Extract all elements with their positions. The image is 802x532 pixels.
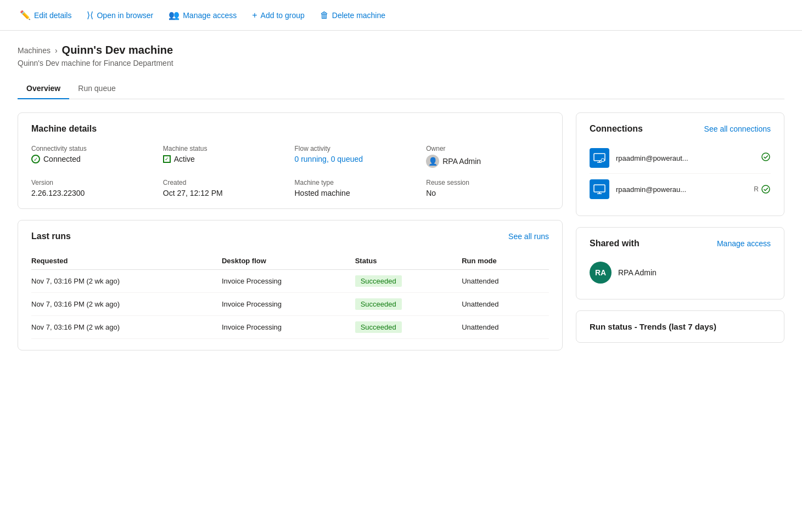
edit-details-label: Edit details — [34, 11, 71, 20]
content-area: Machines › Quinn's Dev machine Quinn's D… — [0, 31, 802, 532]
edit-details-button[interactable]: ✏️ Edit details — [13, 7, 78, 24]
connectivity-status-value: ✓ Connected — [31, 155, 154, 163]
version-text: 2.26.123.22300 — [31, 189, 85, 197]
breadcrumb-machines[interactable]: Machines — [18, 46, 51, 55]
tabs-container: Overview Run queue — [18, 78, 784, 99]
run-status-trends-title: Run status - Trends (last 7 days) — [590, 322, 771, 331]
machine-type-item: Machine type Hosted machine — [295, 179, 418, 197]
last-runs-header: Last runs See all runs — [31, 231, 549, 241]
owner-label: Owner — [426, 145, 549, 152]
connectivity-status-label: Connectivity status — [31, 145, 154, 152]
reuse-session-text: No — [426, 189, 436, 197]
delete-icon: 🗑 — [320, 10, 329, 20]
created-text: Oct 27, 12:12 PM — [163, 189, 223, 197]
active-checkbox-icon: ✓ — [163, 155, 171, 163]
toolbar: ✏️ Edit details ⟩⟨ Open in browser 👥 Man… — [0, 0, 802, 31]
cell-run-mode: Unattended — [462, 316, 549, 339]
connection-item-2: rpaadmin@powerau... R — [590, 173, 771, 205]
add-group-icon: + — [252, 10, 257, 20]
svg-point-5 — [762, 153, 770, 161]
machine-status-value: ✓ Active — [163, 155, 286, 163]
left-column: Machine details Connectivity status ✓ Co… — [18, 112, 563, 350]
last-runs-card: Last runs See all runs Requested Desktop… — [18, 220, 563, 350]
machine-details-title: Machine details — [31, 124, 549, 134]
machine-type-value: Hosted machine — [295, 189, 418, 197]
breadcrumb-separator: › — [55, 46, 58, 55]
connections-title: Connections — [590, 124, 643, 134]
connection-icon-2 — [590, 179, 609, 199]
machine-details-card: Machine details Connectivity status ✓ Co… — [18, 112, 563, 209]
open-in-browser-label: Open in browser — [97, 11, 153, 20]
last-runs-title: Last runs — [31, 231, 71, 241]
table-row: Nov 7, 03:16 PM (2 wk ago) Invoice Proce… — [31, 270, 549, 293]
svg-text:↔: ↔ — [602, 159, 604, 162]
cell-status: Succeeded — [355, 293, 462, 316]
open-in-browser-button[interactable]: ⟩⟨ Open in browser — [80, 7, 160, 24]
cell-desktop-flow: Invoice Processing — [222, 316, 355, 339]
see-all-runs-link[interactable]: See all runs — [508, 232, 549, 241]
machine-status-item: Machine status ✓ Active — [163, 145, 286, 168]
shared-with-manage-access-link[interactable]: Manage access — [717, 239, 771, 248]
machine-status-text: Active — [174, 155, 195, 163]
tab-run-queue[interactable]: Run queue — [69, 78, 125, 99]
flow-activity-text: 0 running, 0 queued — [295, 155, 363, 163]
created-value: Oct 27, 12:12 PM — [163, 189, 286, 197]
flow-activity-item: Flow activity 0 running, 0 queued — [295, 145, 418, 168]
open-browser-icon: ⟩⟨ — [87, 10, 93, 20]
svg-point-9 — [762, 185, 770, 193]
connection-status-2: R — [754, 184, 771, 194]
shared-user-name: RPA Admin — [618, 268, 657, 277]
connections-header: Connections See all connections — [590, 124, 771, 134]
connection-r-badge: R — [754, 185, 759, 193]
col-run-mode: Run mode — [462, 252, 549, 270]
main-layout: Machine details Connectivity status ✓ Co… — [18, 112, 784, 350]
reuse-session-label: Reuse session — [426, 179, 549, 186]
table-row: Nov 7, 03:16 PM (2 wk ago) Invoice Proce… — [31, 293, 549, 316]
status-badge: Succeeded — [355, 275, 402, 287]
created-item: Created Oct 27, 12:12 PM — [163, 179, 286, 197]
created-label: Created — [163, 179, 286, 186]
manage-access-button[interactable]: 👥 Manage access — [162, 7, 243, 24]
shared-with-header: Shared with Manage access — [590, 239, 771, 248]
version-item: Version 2.26.123.22300 — [31, 179, 154, 197]
connection-label-1: rpaadmin@poweraut... — [616, 154, 754, 162]
delete-machine-label: Delete machine — [332, 11, 385, 20]
tab-overview[interactable]: Overview — [18, 78, 69, 99]
reuse-session-item: Reuse session No — [426, 179, 549, 197]
connection-icon-1: ↔ — [590, 148, 609, 168]
add-to-group-button[interactable]: + Add to group — [245, 7, 311, 24]
owner-avatar: 👤 — [426, 155, 439, 168]
version-label: Version — [31, 179, 154, 186]
runs-table: Requested Desktop flow Status Run mode N… — [31, 252, 549, 339]
shared-with-title: Shared with — [590, 239, 640, 248]
breadcrumb: Machines › Quinn's Dev machine — [18, 44, 784, 56]
cell-requested: Nov 7, 03:16 PM (2 wk ago) — [31, 316, 222, 339]
svg-rect-6 — [594, 185, 605, 192]
cell-run-mode: Unattended — [462, 270, 549, 293]
cell-desktop-flow: Invoice Processing — [222, 293, 355, 316]
connection-item-1: ↔ rpaadmin@poweraut... — [590, 143, 771, 173]
connections-card: Connections See all connections ↔ rpaad — [576, 112, 784, 216]
see-all-connections-link[interactable]: See all connections — [704, 124, 771, 133]
machine-type-text: Hosted machine — [295, 189, 350, 197]
run-status-trends-card: Run status - Trends (last 7 days) — [576, 310, 784, 343]
page-subtitle: Quinn's Dev machine for Finance Departme… — [18, 59, 784, 67]
flow-activity-value: 0 running, 0 queued — [295, 155, 418, 163]
cell-requested: Nov 7, 03:16 PM (2 wk ago) — [31, 270, 222, 293]
add-to-group-label: Add to group — [261, 11, 305, 20]
owner-item: Owner 👤 RPA Admin — [426, 145, 549, 168]
machine-type-label: Machine type — [295, 179, 418, 186]
manage-access-icon: 👥 — [169, 10, 180, 20]
status-badge: Succeeded — [355, 321, 402, 333]
table-row: Nov 7, 03:16 PM (2 wk ago) Invoice Proce… — [31, 316, 549, 339]
delete-machine-button[interactable]: 🗑 Delete machine — [313, 7, 392, 24]
machine-status-label: Machine status — [163, 145, 286, 152]
status-badge: Succeeded — [355, 298, 402, 310]
shared-user-row: RA RPA Admin — [590, 257, 771, 288]
owner-text: RPA Admin — [442, 157, 481, 166]
col-status: Status — [355, 252, 462, 270]
cell-run-mode: Unattended — [462, 293, 549, 316]
reuse-session-value: No — [426, 189, 549, 197]
owner-value: 👤 RPA Admin — [426, 155, 549, 168]
cell-status: Succeeded — [355, 316, 462, 339]
